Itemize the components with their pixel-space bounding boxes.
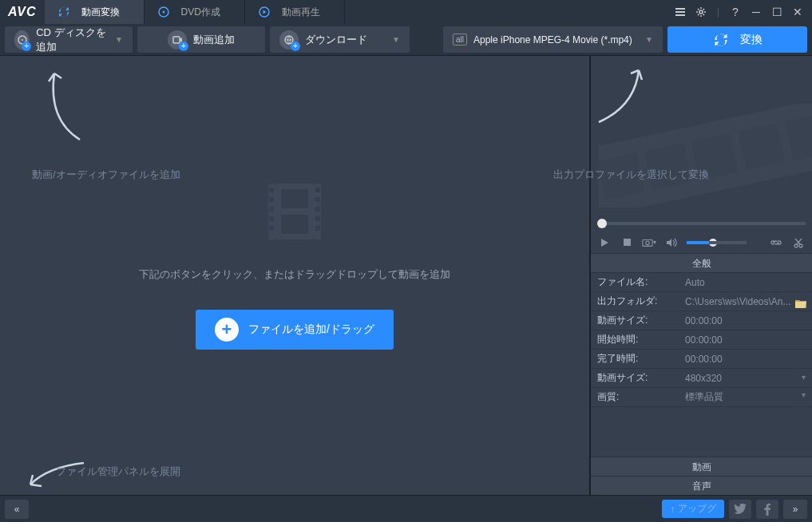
seek-thumb[interactable]: [597, 219, 607, 228]
svg-rect-23: [315, 226, 320, 231]
facebook-icon[interactable]: [756, 500, 778, 519]
svg-rect-20: [315, 197, 320, 202]
property-row: 出力フォルダ:C:\Users\ws\Videos\An...: [591, 292, 812, 311]
button-label: アップグ: [678, 502, 716, 516]
svg-point-38: [778, 241, 781, 244]
svg-rect-4: [675, 11, 685, 13]
property-label: 開始時間:: [591, 333, 679, 346]
button-label: ファイルを追加/ドラッグ: [248, 322, 374, 337]
button-label: 動画追加: [193, 33, 235, 47]
property-label: 画質:: [591, 390, 679, 404]
convert-icon: [713, 32, 729, 48]
add-disc-button[interactable]: CD ディスクを追加 ▼: [5, 26, 133, 53]
svg-point-8: [22, 39, 23, 41]
output-profile-dropdown[interactable]: all Apple iPhone MPEG-4 Movie (*.mp4) ▼: [443, 26, 663, 53]
link-icon[interactable]: [769, 235, 783, 250]
folder-icon[interactable]: [794, 299, 807, 310]
chevron-down-icon: ▾: [802, 373, 806, 382]
all-badge: all: [453, 34, 467, 45]
tab-label: DVD作成: [181, 6, 220, 19]
twitter-icon[interactable]: [729, 500, 751, 519]
section-general-header: 全般: [591, 254, 812, 273]
cut-icon[interactable]: [791, 235, 806, 250]
download-button[interactable]: ダウンロード ▼: [270, 26, 410, 53]
property-value: 00:00:00: [679, 334, 812, 346]
drop-hint-text: 下記のボタンをクリック、またはドラッグドロップして動画を追加: [139, 267, 450, 282]
gear-icon[interactable]: [693, 4, 709, 20]
section-audio-header[interactable]: 音声: [591, 476, 812, 495]
svg-rect-25: [281, 215, 308, 234]
snapshot-icon[interactable]: ▾: [642, 235, 656, 250]
tab-dvd[interactable]: DVD作成: [145, 0, 245, 24]
property-value[interactable]: 標準品質▾: [679, 390, 812, 404]
volume-slider[interactable]: [687, 241, 731, 244]
hint-text: ファイル管理パネルを展開: [56, 465, 180, 479]
svg-rect-15: [269, 197, 274, 202]
property-label: 動画サイズ:: [591, 371, 679, 385]
expand-panel-button[interactable]: «: [5, 500, 29, 519]
video-plus-icon: [168, 30, 187, 49]
drop-area[interactable]: 動画/オーディオファイルを追加 出力プロファイルを選択して変換 ファイル管理パネ…: [0, 56, 591, 495]
minimize-icon[interactable]: ─: [748, 4, 764, 20]
hint-arrow-icon: [32, 64, 96, 144]
list-icon[interactable]: [672, 4, 688, 20]
svg-rect-21: [315, 207, 320, 212]
more-button[interactable]: »: [783, 500, 807, 519]
svg-rect-34: [624, 239, 631, 246]
svg-point-37: [771, 241, 774, 244]
disc-plus-icon: [14, 30, 30, 49]
button-label: ダウンロード: [305, 33, 367, 47]
tab-convert[interactable]: 動画変換: [45, 0, 145, 24]
hint-text: 動画/オーディオファイルを追加: [32, 168, 180, 182]
maximize-icon[interactable]: ☐: [769, 4, 785, 20]
svg-point-40: [799, 244, 802, 247]
chevron-down-icon: ▼: [392, 35, 400, 44]
property-value[interactable]: C:\Users\ws\Videos\An...: [679, 296, 812, 307]
add-file-button[interactable]: + ファイルを追加/ドラッグ: [196, 310, 394, 350]
play-icon[interactable]: [597, 235, 612, 250]
volume-icon[interactable]: [664, 235, 679, 250]
property-row: 動画サイズ:00:00:00: [591, 311, 812, 330]
svg-rect-35: [643, 239, 652, 246]
refresh-icon: [57, 6, 70, 18]
upgrade-button[interactable]: ↑ アップグ: [662, 500, 724, 518]
play-icon: [258, 6, 271, 18]
svg-point-36: [646, 241, 649, 244]
property-row: 開始時間:00:00:00: [591, 330, 812, 350]
svg-rect-9: [173, 37, 180, 43]
plus-icon: +: [215, 318, 239, 342]
property-value: Auto: [679, 277, 812, 288]
chevron-down-icon: ▼: [115, 35, 123, 44]
help-icon[interactable]: ?: [727, 4, 743, 20]
svg-rect-32: [738, 123, 785, 170]
svg-rect-19: [315, 188, 320, 192]
property-row: ファイル名:Auto: [591, 273, 812, 292]
property-row: 動画サイズ:480x320▾: [591, 369, 812, 388]
svg-point-1: [162, 11, 164, 14]
tab-play[interactable]: 動画再生: [245, 0, 345, 24]
convert-button[interactable]: 変換: [667, 26, 807, 53]
property-row: 完了時間:00:00:00: [591, 350, 812, 369]
volume-thumb[interactable]: [709, 239, 717, 247]
disc-icon: [157, 6, 170, 18]
hint-text: 出力プロファイルを選択して変換: [553, 168, 709, 182]
seek-bar[interactable]: [591, 216, 812, 231]
svg-rect-16: [269, 207, 274, 212]
svg-rect-22: [315, 216, 320, 221]
button-label: 変換: [740, 33, 762, 47]
property-label: ファイル名:: [591, 275, 679, 289]
property-value[interactable]: 480x320▾: [679, 373, 812, 384]
close-icon[interactable]: ✕: [790, 4, 806, 20]
property-value: 00:00:00: [679, 354, 812, 365]
svg-rect-5: [675, 14, 685, 16]
svg-rect-30: [644, 143, 691, 190]
property-label: 動画サイズ:: [591, 314, 679, 327]
tab-label: 動画変換: [81, 6, 120, 19]
svg-rect-3: [675, 8, 685, 10]
property-value: 00:00:00: [679, 315, 812, 326]
section-video-header[interactable]: 動画: [591, 457, 812, 476]
add-video-button[interactable]: 動画追加: [137, 26, 265, 53]
stop-icon[interactable]: [620, 235, 634, 250]
svg-point-6: [699, 10, 703, 14]
button-label: CD ディスクを追加: [36, 26, 109, 54]
